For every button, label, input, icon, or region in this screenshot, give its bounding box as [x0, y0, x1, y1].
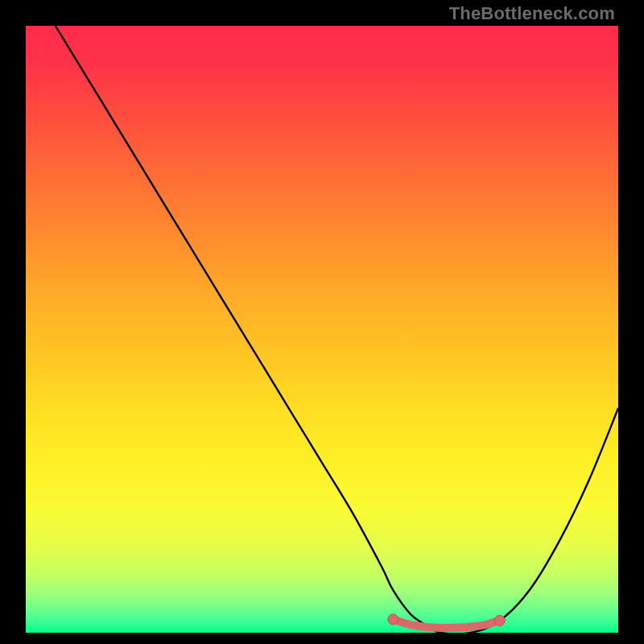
curve-layer	[26, 26, 618, 633]
plot-area	[26, 26, 618, 633]
marker-dot	[494, 615, 505, 625]
marker-dot	[388, 614, 398, 625]
bottleneck-curve	[56, 26, 618, 633]
optimal-range-line	[393, 619, 499, 628]
chart-frame: TheBottleneck.com	[0, 0, 644, 644]
watermark-text: TheBottleneck.com	[449, 3, 615, 24]
